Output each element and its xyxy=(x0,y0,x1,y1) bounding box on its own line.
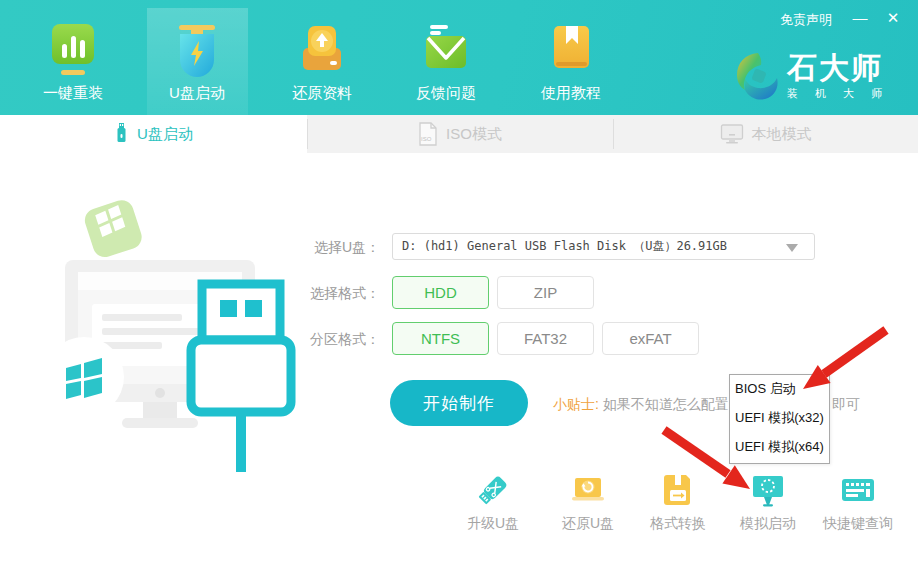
nav-label: U盘启动 xyxy=(169,84,225,103)
partition-label: 分区格式： xyxy=(288,331,380,349)
nav-label: 还原资料 xyxy=(292,84,352,103)
nav-item-reinstall[interactable]: 一键重装 xyxy=(23,22,123,103)
tab-label: U盘启动 xyxy=(137,125,193,144)
boot-mode-popup: BIOS 启动 UEFI 模拟(x32) UEFI 模拟(x64) xyxy=(729,374,830,464)
floppy-convert-icon xyxy=(660,472,696,508)
usb-stick-icon xyxy=(114,122,129,146)
tab-local-mode[interactable]: 本地模式 xyxy=(613,115,918,153)
popup-item-uefi-x32[interactable]: UEFI 模拟(x32) xyxy=(735,409,829,427)
tool-simulate-boot[interactable]: 模拟启动 xyxy=(723,472,813,533)
tab-divider xyxy=(307,119,308,149)
close-button[interactable]: ✕ xyxy=(882,8,904,28)
tool-label: 还原U盘 xyxy=(562,515,614,533)
usb-upgrade-icon xyxy=(475,472,511,508)
tool-label: 模拟启动 xyxy=(740,515,796,533)
header-bar: 一键重装 U盘启动 xyxy=(0,0,918,115)
partition-option-fat32[interactable]: FAT32 xyxy=(497,322,594,355)
brand-swirl-icon xyxy=(735,52,779,106)
brand-name: 石大师 xyxy=(787,52,889,84)
tab-divider xyxy=(613,119,614,149)
app-window: 一键重装 U盘启动 xyxy=(0,0,918,578)
feedback-mail-icon xyxy=(420,22,472,80)
brand-logo: 石大师 装 机 大 师 xyxy=(735,52,889,106)
nav-label: 一键重装 xyxy=(43,84,103,103)
laptop-restore-icon xyxy=(570,472,606,508)
tip-prefix: 小贴士: xyxy=(553,396,599,412)
tab-iso-mode[interactable]: ISO ISO模式 xyxy=(307,115,613,153)
partition-option-exfat[interactable]: exFAT xyxy=(602,322,699,355)
tip-body: 如果不知道怎么配置 xyxy=(603,396,729,412)
tool-restore-usb[interactable]: 还原U盘 xyxy=(543,472,633,533)
nav-item-restore-data[interactable]: 还原资料 xyxy=(272,22,372,103)
tool-label: 格式转换 xyxy=(650,515,706,533)
format-option-zip[interactable]: ZIP xyxy=(497,276,594,309)
tool-format-convert[interactable]: 格式转换 xyxy=(633,472,723,533)
usb-select-value: D: (hd1) General USB Flash Disk （U盘）26.9… xyxy=(402,239,727,253)
usb-shield-icon xyxy=(171,22,223,80)
mode-tabbar: U盘启动 ISO ISO模式 本地模式 xyxy=(0,115,918,153)
iso-file-icon: ISO xyxy=(418,122,438,146)
tool-hotkey-query[interactable]: 快捷键查询 xyxy=(813,472,903,533)
monitor-outline-icon xyxy=(720,122,744,146)
nav-item-usb-boot[interactable]: U盘启动 xyxy=(147,22,247,103)
format-option-hdd[interactable]: HDD xyxy=(392,276,489,309)
tab-usb-boot[interactable]: U盘启动 xyxy=(0,115,307,153)
minimize-button[interactable]: — xyxy=(849,8,871,28)
monitor-simulate-icon xyxy=(750,472,786,508)
usb-select-dropdown[interactable]: D: (hd1) General USB Flash Disk （U盘）26.9… xyxy=(392,233,815,260)
popup-item-uefi-x64[interactable]: UEFI 模拟(x64) xyxy=(735,438,829,456)
tool-upgrade-usb[interactable]: 升级U盘 xyxy=(448,472,538,533)
restore-box-icon xyxy=(296,22,348,80)
chart-bars-icon xyxy=(47,22,99,80)
computer-usb-illustration xyxy=(30,172,320,472)
nav-label: 使用教程 xyxy=(541,84,601,103)
start-button[interactable]: 开始制作 xyxy=(390,380,528,426)
brand-subtitle: 装 机 大 师 xyxy=(787,86,889,101)
partition-option-ntfs[interactable]: NTFS xyxy=(392,322,489,355)
tab-label: ISO模式 xyxy=(446,125,502,144)
tool-label: 升级U盘 xyxy=(467,515,519,533)
format-label: 选择格式： xyxy=(288,285,380,303)
disclaimer-link[interactable]: 免责声明 xyxy=(780,11,832,29)
keyboard-icon xyxy=(840,472,876,508)
tip-text: 小贴士: 如果不知道怎么配置 xyxy=(553,396,729,414)
usb-select-label: 选择U盘： xyxy=(288,239,380,257)
tab-label: 本地模式 xyxy=(752,125,812,144)
nav-label: 反馈问题 xyxy=(416,84,476,103)
nav-item-feedback[interactable]: 反馈问题 xyxy=(396,22,496,103)
chevron-down-icon xyxy=(786,244,798,252)
tutorial-book-icon xyxy=(545,22,597,80)
svg-text:ISO: ISO xyxy=(421,136,432,142)
tool-label: 快捷键查询 xyxy=(823,515,893,533)
tip-suffix: 即可 xyxy=(832,396,860,414)
popup-item-bios[interactable]: BIOS 启动 xyxy=(735,380,829,398)
nav-item-tutorial[interactable]: 使用教程 xyxy=(521,22,621,103)
